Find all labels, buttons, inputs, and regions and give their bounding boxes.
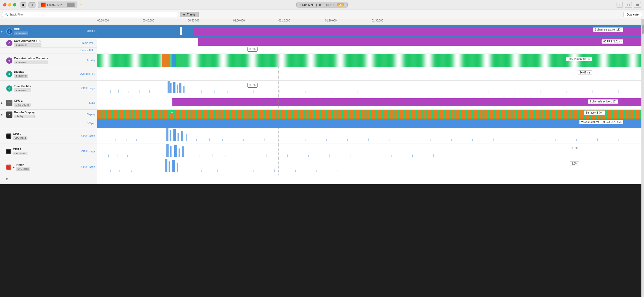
svg-rect-41: [209, 138, 210, 141]
bid-track-info: Built-In Display Display: [14, 111, 35, 118]
fps-sublabel: Frame Per...: [81, 42, 96, 44]
tp-track-name: Time Profiler: [14, 85, 31, 88]
toolbar: 🔍 All Tracks Duplicate: [0, 10, 644, 19]
svg-rect-89: [110, 170, 111, 172]
svg-rect-98: [316, 170, 317, 172]
track-filter-input[interactable]: [10, 13, 176, 16]
commits-icon: ◔: [6, 57, 12, 64]
ihexin-dashed-line: [279, 159, 279, 175]
close-button[interactable]: [3, 3, 6, 6]
fps-top-viz: 60 FPS (1.01 s): [97, 38, 644, 46]
cpu0-row: CPU 0 CPU Index CPU Usage: [0, 128, 644, 144]
add-instrument-button[interactable]: +: [617, 2, 623, 8]
ihexin-expand-arrow[interactable]: ▶: [13, 166, 15, 168]
bid-icon: ▪: [6, 112, 12, 118]
maximize-button[interactable]: [13, 3, 16, 6]
tp-badge: Instrument: [14, 88, 31, 92]
gpu-track-name: GPU: [14, 28, 28, 31]
commits-orange1: [162, 54, 170, 67]
gpu-track-row: ▶ ◎ GPU Instrument GPU 1 1 channels acti…: [0, 25, 644, 38]
titlebar-left: ■ ⏸ Fiikon (12.2... ⚠: [3, 2, 83, 8]
cpu1-annotation: 3.0%: [570, 146, 579, 150]
svg-rect-8: [129, 91, 129, 93]
svg-rect-52: [430, 139, 431, 141]
display-badge: Instrument: [14, 74, 28, 78]
more-row: D...: [0, 175, 644, 184]
core-anim-fps-row: ◔ Core Animation FPS Instrument Frame Pe…: [0, 38, 644, 54]
gpu-annotation: 1 channels active (x13): [593, 27, 623, 32]
bid-expand[interactable]: ▶: [1, 113, 6, 116]
cpu1-track-name: CPU 1: [13, 148, 27, 151]
svg-rect-57: [535, 139, 535, 141]
pause-button[interactable]: ⏸: [28, 2, 36, 8]
svg-rect-15: [280, 90, 280, 93]
svg-rect-51: [410, 139, 410, 141]
gpu1-purple-bar2: [206, 98, 644, 106]
gpu1-expand-arrow[interactable]: ▶: [1, 102, 6, 104]
tp-dashed-line: [279, 81, 279, 96]
gpu1-sidebar: ▶ ▪ GPU 1 Metal Device State: [0, 96, 97, 109]
bid-top: ▶ ▪ Built-In Display Display Display: [0, 110, 97, 119]
gpu-icon: ◎: [6, 28, 12, 35]
window-title-area: ‹ Run 6 of 6 | 00:01:44 › ⚠ 188: [296, 2, 348, 8]
ihexin-sublabel: CPU Usage: [81, 166, 96, 168]
warning-icon: ⚠: [79, 3, 83, 7]
commits-annotation: (11552) (242.83 μs): [566, 57, 592, 61]
display-content: 16.67 ms: [97, 67, 644, 80]
layout-button[interactable]: ⊞: [634, 2, 641, 8]
svg-rect-35: [108, 139, 108, 141]
svg-rect-49: [368, 138, 369, 141]
duplicate-button[interactable]: Duplicate: [623, 12, 642, 17]
bid-bottom: VSync: [0, 119, 97, 128]
svg-rect-65: [174, 145, 177, 157]
search-icon: 🔍: [4, 13, 8, 16]
svg-rect-74: [225, 155, 225, 157]
svg-rect-55: [493, 138, 494, 141]
fps-icon: ◔: [6, 40, 12, 46]
cpu0-content: [97, 128, 644, 144]
svg-rect-66: [179, 148, 180, 157]
svg-rect-58: [555, 139, 556, 141]
svg-rect-27: [592, 90, 592, 93]
cpu0-track-name: CPU 0: [13, 132, 27, 135]
titlebar: ■ ⏸ Fiikon (12.2... ⚠ ‹ Run 6 of 6 | 00:…: [0, 0, 644, 10]
svg-rect-53: [451, 139, 452, 141]
svg-rect-92: [201, 170, 202, 172]
right-scrollbar[interactable]: [641, 25, 644, 297]
alert-count-badge: 188: [337, 3, 344, 6]
svg-rect-70: [127, 155, 128, 157]
all-tracks-button[interactable]: All Tracks: [180, 12, 199, 17]
svg-rect-83: [412, 154, 413, 157]
svg-rect-84: [433, 154, 434, 157]
display-annotation: 16.67 ms: [578, 70, 592, 75]
svg-rect-71: [138, 154, 138, 157]
prev-run-button[interactable]: ‹: [300, 3, 301, 6]
ihexin-track-info: IHexin CPU Index: [16, 163, 30, 171]
split-view-button[interactable]: ⊟: [625, 2, 632, 8]
svg-rect-76: [267, 154, 267, 157]
svg-rect-54: [472, 139, 473, 141]
commits-viz: [97, 54, 644, 67]
svg-rect-87: [172, 160, 175, 172]
svg-rect-95: [253, 170, 254, 172]
next-run-button[interactable]: ›: [330, 3, 331, 6]
minimize-button[interactable]: [8, 3, 11, 6]
fps-bottom-subrow: Device Util...: [0, 48, 97, 54]
core-anim-commits-row: ◔ Core Animation Commits Instrument Acti…: [0, 54, 644, 67]
svg-rect-80: [350, 154, 350, 157]
svg-rect-13: [228, 91, 228, 93]
run-controls: ‹ Run 6 of 6 | 00:01:44 › ⚠ 188: [296, 2, 348, 8]
display-icon: ◉: [6, 71, 12, 77]
svg-rect-93: [217, 169, 218, 172]
svg-rect-14: [253, 90, 254, 93]
ruler: 00:30.000 00:40.000 00:50.000 01:00.000 …: [0, 19, 644, 25]
cpu1-content: 3.0%: [97, 144, 644, 159]
gpu-expand[interactable]: ▶: [1, 30, 6, 33]
svg-rect-30: [170, 130, 171, 141]
commits-track-name: Core Animation Commits: [14, 57, 48, 60]
svg-rect-29: [166, 128, 169, 141]
search-box[interactable]: 🔍: [2, 12, 178, 17]
stop-button[interactable]: ■: [20, 2, 26, 8]
svg-rect-19: [384, 90, 384, 93]
cpu0-dashed-line: [279, 128, 279, 144]
